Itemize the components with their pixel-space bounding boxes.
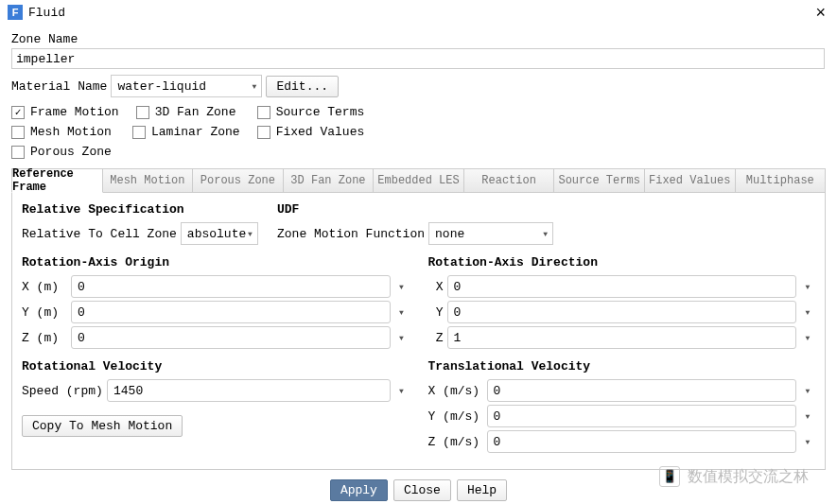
origin-y-input[interactable] [71, 301, 391, 323]
direction-z-input[interactable] [447, 326, 797, 349]
tab-source-terms[interactable]: Source Terms [554, 168, 645, 193]
material-dropdown[interactable]: water-liquid [111, 75, 262, 97]
origin-z-label: Z (m) [22, 331, 67, 345]
chevron-down-icon[interactable]: ▼ [394, 387, 410, 395]
direction-y-label: Y [428, 305, 444, 320]
rot-vel-input[interactable] [107, 379, 391, 402]
edit-button[interactable]: Edit... [266, 76, 339, 97]
watermark: 📱 数值模拟交流之林 [659, 466, 809, 487]
mesh-motion-checkbox[interactable]: Mesh Motion [11, 125, 115, 139]
direction-y-input[interactable] [447, 301, 797, 323]
chevron-down-icon[interactable]: ▼ [800, 308, 815, 317]
zone-name-input[interactable] [11, 48, 825, 69]
close-icon[interactable]: × [811, 3, 829, 23]
rot-vel-heading: Rotational Velocity [22, 359, 410, 374]
origin-z-input[interactable] [71, 326, 391, 349]
material-value: water-liquid [117, 79, 206, 94]
udf-dropdown[interactable]: none [428, 222, 553, 245]
tab-3d-fan-zone[interactable]: 3D Fan Zone [284, 168, 375, 193]
apply-button[interactable]: Apply [330, 479, 388, 501]
material-name-label: Material Name [11, 79, 107, 94]
help-button[interactable]: Help [457, 479, 507, 501]
udf-label: Zone Motion Function [277, 227, 425, 241]
tab-reaction[interactable]: Reaction [464, 168, 555, 193]
check-icon: ✓ [11, 106, 25, 119]
chevron-down-icon[interactable]: ▼ [394, 283, 410, 291]
udf-heading: UDF [277, 202, 561, 217]
zone-name-label: Zone Name [11, 32, 826, 46]
direction-heading: Rotation-Axis Direction [428, 255, 816, 269]
rot-vel-label: Speed (rpm) [22, 384, 103, 398]
origin-heading: Rotation-Axis Origin [22, 255, 410, 269]
direction-z-label: Z [428, 331, 444, 345]
chevron-down-icon[interactable]: ▼ [800, 387, 815, 395]
tab-embedded-les[interactable]: Embedded LES [374, 168, 464, 193]
tab-reference-frame[interactable]: Reference Frame [11, 168, 103, 193]
tab-mesh-motion[interactable]: Mesh Motion [103, 168, 194, 193]
laminar-zone-checkbox[interactable]: Laminar Zone [132, 125, 240, 139]
rel-spec-label: Relative To Cell Zone [22, 227, 177, 241]
source-terms-checkbox[interactable]: Source Terms [257, 105, 365, 119]
close-button[interactable]: Close [393, 479, 451, 501]
chevron-down-icon[interactable]: ▼ [800, 283, 815, 291]
fan-zone-checkbox[interactable]: 3D Fan Zone [136, 105, 240, 119]
chevron-down-icon[interactable]: ▼ [394, 308, 410, 317]
trans-vel-y-input[interactable] [487, 405, 797, 427]
origin-y-label: Y (m) [22, 305, 67, 320]
chevron-down-icon[interactable]: ▼ [394, 334, 410, 342]
rel-spec-dropdown[interactable]: absolute [181, 222, 258, 245]
app-icon: F [8, 5, 23, 20]
tab-multiphase[interactable]: Multiphase [736, 168, 827, 193]
fixed-values-checkbox[interactable]: Fixed Values [257, 125, 365, 139]
rel-spec-heading: Relative Specification [22, 202, 258, 217]
wechat-icon: 📱 [659, 466, 680, 487]
trans-vel-x-label: X (m/s) [428, 384, 483, 398]
trans-vel-y-label: Y (m/s) [428, 409, 483, 424]
trans-vel-x-input[interactable] [487, 379, 797, 402]
chevron-down-icon[interactable]: ▼ [800, 334, 815, 342]
frame-motion-checkbox[interactable]: ✓ Frame Motion [11, 105, 119, 119]
window-title: Fluid [28, 6, 65, 20]
origin-x-input[interactable] [71, 275, 391, 298]
tab-porous-zone[interactable]: Porous Zone [193, 168, 284, 193]
porous-zone-checkbox[interactable]: Porous Zone [11, 145, 115, 159]
chevron-down-icon[interactable]: ▼ [800, 412, 815, 421]
trans-vel-heading: Translational Velocity [428, 359, 816, 374]
trans-vel-z-label: Z (m/s) [428, 435, 483, 449]
chevron-down-icon[interactable]: ▼ [800, 438, 815, 446]
copy-to-mesh-motion-button[interactable]: Copy To Mesh Motion [22, 415, 183, 437]
direction-x-input[interactable] [447, 275, 797, 298]
tab-fixed-values[interactable]: Fixed Values [645, 168, 736, 193]
trans-vel-z-input[interactable] [487, 430, 797, 453]
direction-x-label: X [428, 280, 444, 294]
origin-x-label: X (m) [22, 280, 67, 294]
